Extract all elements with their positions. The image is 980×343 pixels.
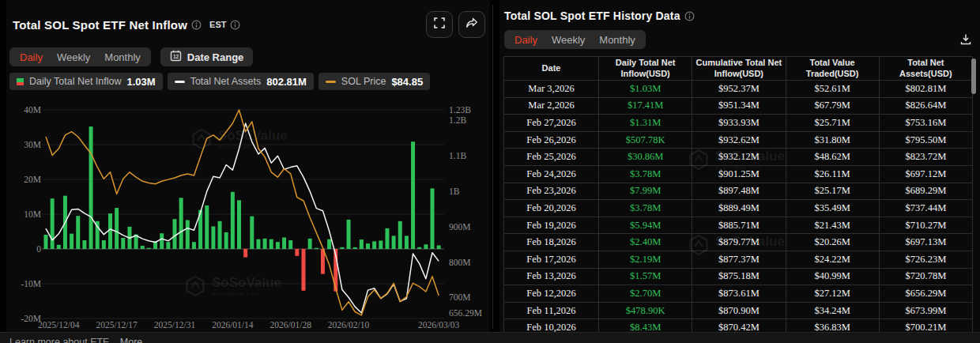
cell-value: $952.37M [692,81,786,98]
etf-flow-chart-svg: 40M30M20M10M0-10M-20M1.23B1.2B1.1B1B900M… [6,100,490,330]
cell-value: $3.78M [599,200,692,217]
table-scrollbar[interactable] [971,58,976,330]
legend-total-net-assets[interactable]: Total Net Assets 802.81M [168,73,314,90]
date-range-label: Date Range [187,51,244,63]
history-data-panel: Total SOL Spot ETF History Data Daily We… [499,0,980,333]
svg-text:800M: 800M [449,258,470,267]
cell-date: Feb 24,2026 [504,165,599,183]
cell-value: $697.12M [879,165,972,183]
cell-value: $52.61M [786,81,879,98]
cell-value: $726.23M [879,251,972,268]
cell-value: $710.27M [879,217,972,234]
svg-text:2026/01/28: 2026/01/28 [270,320,312,330]
history-data-title: Total SOL Spot ETF History Data [504,9,680,22]
tab-daily[interactable]: Daily [507,33,545,47]
timezone-label: EST [209,20,226,29]
cell-value: $3.78M [599,165,692,183]
table-row: Feb 27,2026$1.31M$933.93M$25.71M$753.16M [504,115,973,132]
svg-text:1B: 1B [449,187,460,196]
cell-value: $478.90K [599,302,692,319]
svg-text:1.1B: 1.1B [449,151,466,160]
cell-value: $823.72M [879,149,972,166]
cell-value: $1.03M [599,81,692,98]
table-row: Feb 20,2026$3.78M$889.49M$35.49M$737.44M [504,200,973,217]
cell-value: $26.11M [786,165,879,183]
col-total-net-assets: Total Net Assets(USD) [879,57,972,81]
cell-value: $897.48M [692,183,786,200]
tab-weekly[interactable]: Weekly [545,33,592,47]
orange-dash-icon [326,81,336,83]
svg-text:1.2B: 1.2B [449,115,466,125]
date-range-button[interactable]: 12 Date Range [160,47,254,66]
svg-text:2025/12/17: 2025/12/17 [96,320,138,330]
tab-daily[interactable]: Daily [13,51,50,64]
download-button[interactable] [959,33,972,46]
cell-value: $5.94M [599,217,692,234]
cell-value: $2.19M [599,251,692,268]
cell-value: $1.31M [599,115,692,132]
cell-value: $885.71M [692,217,786,234]
svg-text:10M: 10M [24,209,41,219]
col-daily-net-inflow: Daily Total Net Inflow(USD) [599,57,692,81]
share-button[interactable] [458,11,485,38]
cell-value: $27.12M [786,285,879,303]
tab-weekly[interactable]: Weekly [50,51,97,64]
table-scrollbar-thumb[interactable] [971,58,976,94]
cell-value: $20.26M [786,234,879,251]
cell-value: $31.80M [786,131,879,149]
cell-value: $875.18M [692,268,786,285]
legend-sol-price[interactable]: SOL Price $84.85 [318,73,430,90]
table-row: Feb 19,2026$5.94M$885.71M$21.43M$710.27M [504,217,973,234]
fullscreen-button[interactable] [426,11,453,38]
cell-value: $753.16M [879,115,972,132]
cell-value: $21.43M [786,217,879,234]
table-interval-tabs: Daily Weekly Monthly [504,30,646,49]
col-date: Date [504,57,599,81]
col-cumulative-net-inflow: Cumulative Total Net Inflow(USD) [692,57,786,81]
table-row: Feb 12,2026$2.70M$873.61M$27.12M$656.29M [504,285,973,303]
table-row: Feb 17,2026$2.19M$877.37M$24.22M$726.23M [504,251,973,268]
cell-value: $901.25M [692,165,786,183]
table-row: Feb 11,2026$478.90K$870.90M$34.24M$673.9… [504,302,973,319]
svg-text:20M: 20M [24,175,41,184]
svg-text:0: 0 [36,244,41,254]
etf-flow-chart[interactable]: 40M30M20M10M0-10M-20M1.23B1.2B1.1B1B900M… [6,100,490,330]
svg-text:900M: 900M [449,222,470,232]
cell-value: $737.44M [879,200,972,217]
title-info-icon[interactable] [191,20,202,30]
timezone-info-icon[interactable] [230,20,240,30]
footer-more-link[interactable]: More [120,337,142,343]
cell-value: $689.29M [879,183,972,200]
svg-text:2026/01/14: 2026/01/14 [212,320,254,330]
fullscreen-icon [434,17,445,32]
svg-text:30M: 30M [24,140,41,149]
share-icon [466,17,478,32]
cell-value: $932.62M [692,131,786,149]
table-row: Feb 23,2026$7.99M$897.48M$25.17M$689.29M [504,183,973,200]
cell-value: $2.40M [599,234,692,251]
footer-strip: Learn more about ETFMore [0,332,980,343]
cell-value: $48.62M [786,149,879,166]
cell-value: $17.41M [599,97,692,115]
cell-value: $932.12M [692,149,786,166]
history-info-icon[interactable] [684,11,695,21]
legend-daily-net-inflow[interactable]: Daily Total Net Inflow 1.03M [9,73,163,90]
white-dash-icon [175,81,185,83]
cell-value: $802.81M [879,81,972,98]
cell-date: Feb 23,2026 [504,183,599,200]
tab-monthly[interactable]: Monthly [592,33,643,47]
tab-monthly[interactable]: Monthly [97,51,148,64]
cell-date: Feb 11,2026 [504,302,599,319]
history-data-table: Date Daily Total Net Inflow(USD) Cumulat… [503,56,973,337]
svg-text:12: 12 [173,54,179,59]
svg-text:2026/03/03: 2026/03/03 [418,320,460,330]
cell-value: $870.90M [692,302,786,319]
svg-text:2026/02/10: 2026/02/10 [328,320,370,330]
svg-text:2025/12/31: 2025/12/31 [154,320,196,330]
cell-date: Feb 20,2026 [504,200,599,217]
cell-value: $507.78K [599,131,692,149]
table-row: Feb 13,2026$1.57M$875.18M$40.99M$720.78M [504,268,973,285]
cell-value: $40.99M [786,268,879,285]
cell-date: Feb 27,2026 [504,115,599,132]
footer-text: Learn more about ETF [9,337,109,343]
